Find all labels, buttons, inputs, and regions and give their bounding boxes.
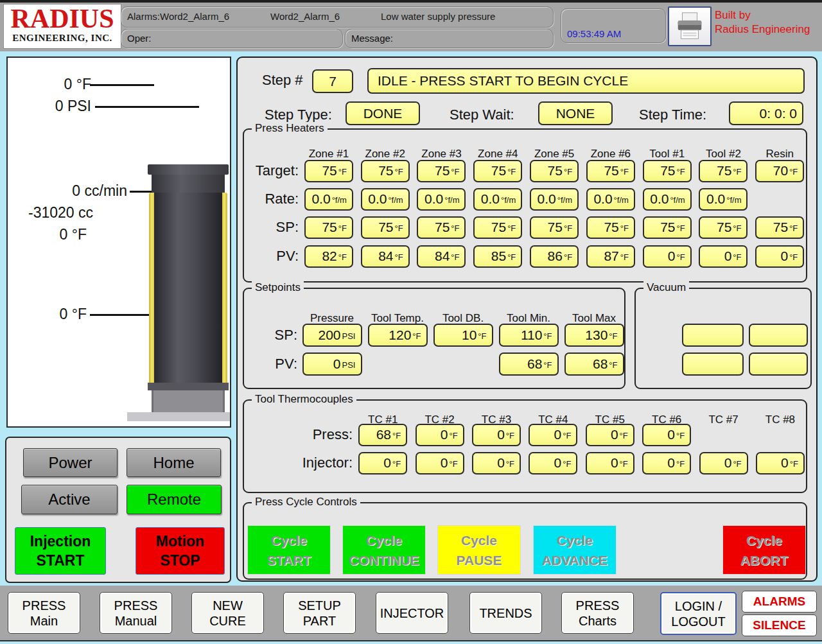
label-line1: LOGIN / — [675, 598, 722, 614]
setpoint-tool-db-field[interactable]: 10°F — [433, 324, 493, 347]
heater-target-field[interactable]: 75°F — [417, 160, 466, 182]
heater-pv-field: 0°F — [755, 245, 804, 268]
cycle-pause-button[interactable]: Cycle PAUSE — [437, 525, 521, 575]
cycle-controls-title: Press Cycle Controls — [252, 496, 360, 509]
column-header: Tool #2 — [695, 148, 752, 161]
heater-sp-field[interactable]: 75°F — [530, 216, 579, 239]
value: 0 — [441, 427, 448, 442]
cycle-start-button[interactable]: Cycle START — [247, 525, 331, 575]
heater-target-row: Target: 75°F 75°F 75°F 75°F 75°F 75°F 75… — [244, 159, 806, 182]
nav-setup-part-button[interactable]: SETUP PART — [283, 592, 356, 634]
tool-thermocouples-title: Tool Thermocouples — [252, 393, 356, 406]
label-line2: Charts — [579, 613, 616, 629]
heater-target-field[interactable]: 75°F — [643, 160, 692, 182]
value: 75 — [604, 163, 618, 178]
alarms-label: Alarms: — [127, 11, 160, 22]
vacuum-field-3 — [682, 352, 744, 376]
setpoint-tool-min-field[interactable]: 110°F — [499, 324, 559, 347]
silence-button[interactable]: SILENCE — [742, 614, 817, 636]
heater-rate-field[interactable]: 0.0°f/m — [417, 188, 466, 211]
column-header: Zone #4 — [469, 148, 526, 161]
heater-sp-field[interactable]: 75°F — [304, 216, 353, 239]
label-line2: Manual — [115, 613, 157, 629]
heater-target-field[interactable]: 70°F — [755, 160, 804, 182]
power-button[interactable]: Power — [23, 448, 118, 477]
heater-target-field[interactable]: 75°F — [530, 160, 579, 182]
value: DONE — [363, 106, 403, 121]
alarm-text-2: Word2_Alarm_6 — [270, 11, 340, 22]
heater-rate-field[interactable]: 0.0°f/m — [530, 188, 579, 211]
unit: °F — [507, 223, 516, 233]
unit: °F — [564, 223, 572, 233]
alarms-button[interactable]: ALARMS — [742, 591, 817, 613]
row-label: Rate: — [244, 191, 301, 207]
home-button[interactable]: Home — [127, 448, 221, 477]
nav-press-manual-button[interactable]: PRESS Manual — [100, 592, 172, 634]
volume-callout: -31020 cc — [28, 204, 93, 222]
heater-sp-field[interactable]: 75°F — [699, 216, 748, 239]
heater-target-field[interactable]: 75°F — [586, 160, 635, 182]
unit: °F — [733, 459, 741, 469]
heater-rate-field[interactable]: 0.0°f/m — [699, 188, 748, 211]
value: 0 — [781, 455, 789, 471]
heater-target-field[interactable]: 75°F — [361, 160, 410, 182]
tc-injector-field: 0°F — [415, 452, 464, 474]
nav-trends-button[interactable]: TRENDS — [469, 592, 542, 634]
value: 130 — [585, 327, 608, 343]
tc-press-field: 0°F — [472, 424, 521, 446]
nav-injector-button[interactable]: INJECTOR — [376, 592, 448, 634]
value: 0 — [497, 427, 505, 442]
heater-sp-field[interactable]: 75°F — [586, 216, 635, 239]
motion-stop-button[interactable]: Motion STOP — [136, 527, 225, 575]
heater-sp-field[interactable]: 75°F — [417, 216, 466, 239]
unit: PSI — [342, 331, 356, 341]
heater-sp-field[interactable]: 75°F — [643, 216, 692, 239]
heater-target-field[interactable]: 75°F — [473, 160, 522, 182]
nav-login-logout-button[interactable]: LOGIN / LOGOUT — [660, 592, 737, 635]
unit: °F — [451, 252, 459, 262]
tc-press-row: Press: 68°F 0°F 0°F 0°F 0°F 0°F — [244, 423, 806, 446]
unit: °F — [543, 331, 552, 341]
unit: °F — [609, 360, 617, 370]
pv-pressure-field: 0PSI — [302, 352, 362, 376]
value: 0.0 — [650, 191, 669, 207]
heater-sp-field[interactable]: 75°F — [755, 216, 804, 239]
nav-press-charts-button[interactable]: PRESS Charts — [561, 592, 634, 634]
nav-press-main-button[interactable]: PRESS Main — [8, 592, 80, 634]
nav-new-cure-button[interactable]: NEW CURE — [191, 592, 264, 634]
print-button[interactable] — [668, 6, 712, 46]
setpoint-tool-temp-field[interactable]: 120°F — [368, 324, 428, 347]
cycle-continue-button[interactable]: Cycle CONTINUE — [342, 525, 426, 575]
active-button[interactable]: Active — [21, 485, 118, 514]
heater-rate-field[interactable]: 0.0°f/m — [473, 188, 522, 211]
motion-label-2: STOP — [160, 551, 200, 570]
remote-button[interactable]: Remote — [127, 485, 222, 514]
heater-rate-field[interactable]: 0.0°f/m — [304, 188, 353, 211]
injection-start-button[interactable]: Injection START — [15, 527, 106, 575]
heater-sp-field[interactable]: 75°F — [361, 216, 410, 239]
unit: °F — [338, 252, 347, 262]
heater-rate-field[interactable]: 0.0°f/m — [361, 188, 410, 211]
cycle-abort-button[interactable]: Cycle ABORT — [722, 525, 806, 575]
value: 75 — [660, 163, 675, 178]
heater-rate-field[interactable]: 0.0°f/m — [643, 188, 692, 211]
value: 0 — [667, 427, 675, 442]
value: 75 — [322, 220, 337, 235]
cycle-advance-button[interactable]: Cycle ADVANCE — [533, 525, 616, 575]
value: 0 — [724, 248, 732, 264]
setpoint-tool-max-field[interactable]: 130°F — [564, 324, 624, 347]
unit: °F — [789, 167, 798, 177]
unit: °F — [338, 223, 347, 233]
tc-injector-field: 0°F — [586, 452, 634, 474]
heater-sp-field[interactable]: 75°F — [473, 216, 522, 239]
unit: °F — [451, 167, 459, 177]
heater-target-field[interactable]: 75°F — [304, 160, 353, 182]
unit: °F — [564, 252, 572, 262]
callout-line — [90, 84, 154, 86]
heater-target-field[interactable]: 75°F — [699, 160, 748, 182]
heater-rate-field[interactable]: 0.0°f/m — [586, 188, 635, 211]
value: 0 — [611, 427, 618, 442]
label-line1: Cycle — [461, 530, 497, 550]
unit: °F — [676, 459, 685, 469]
setpoint-pressure-field[interactable]: 200PSI — [302, 324, 362, 347]
